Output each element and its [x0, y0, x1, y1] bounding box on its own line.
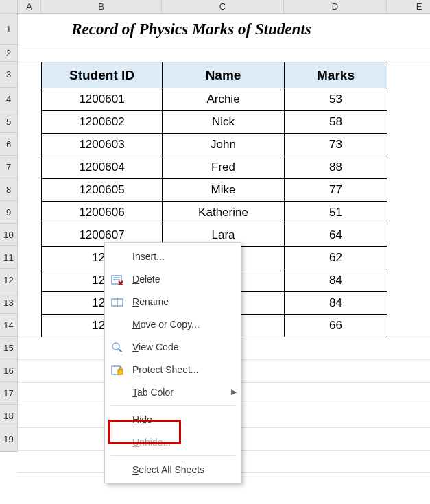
view-code-icon: [109, 340, 126, 354]
col-header-a[interactable]: A: [18, 0, 41, 14]
table-row: 1200601Archie53: [42, 88, 387, 111]
row-header-19[interactable]: 19: [0, 427, 18, 452]
cell[interactable]: 64: [285, 224, 387, 247]
chevron-right-icon: ▶: [231, 387, 237, 396]
cell[interactable]: 1200606: [42, 202, 163, 224]
row-header-4[interactable]: 4: [0, 88, 18, 110]
cell[interactable]: Fred: [163, 156, 285, 179]
protect-icon: [109, 363, 126, 376]
cell[interactable]: 73: [285, 134, 387, 156]
row-header-15[interactable]: 15: [0, 337, 18, 359]
cell[interactable]: 62: [285, 247, 387, 269]
cell[interactable]: Nick: [163, 111, 285, 134]
column-headers: A B C D E: [0, 0, 430, 14]
row-header-14[interactable]: 14: [0, 314, 18, 337]
ctx-insert[interactable]: Insert...: [105, 245, 241, 267]
unhide-icon: [109, 435, 126, 449]
ctx-view-code[interactable]: View Code: [105, 335, 241, 358]
ctx-rename[interactable]: Rename: [105, 290, 241, 313]
ctx-hide[interactable]: Hide: [105, 408, 241, 431]
cell[interactable]: 1200601: [42, 88, 163, 111]
svg-point-7: [112, 343, 119, 350]
row-header-16[interactable]: 16: [0, 359, 18, 382]
table-row: 1200602Nick58: [42, 111, 387, 134]
col-header-c[interactable]: C: [162, 0, 284, 14]
page-title: Record of Physics Marks of Students: [18, 14, 365, 45]
row-header-8[interactable]: 8: [0, 178, 18, 201]
row-header-17[interactable]: 17: [0, 382, 18, 405]
separator: [110, 405, 235, 406]
cell[interactable]: 1200604: [42, 156, 163, 179]
move-icon: [109, 317, 126, 331]
cell[interactable]: 1200603: [42, 134, 163, 156]
table-row: 1200605Mike77: [42, 179, 387, 202]
cell[interactable]: Archie: [163, 88, 285, 111]
row-header-18[interactable]: 18: [0, 405, 18, 427]
row-header-3[interactable]: 3: [0, 62, 18, 88]
row-header-12[interactable]: 12: [0, 269, 18, 291]
cell[interactable]: 84: [285, 269, 387, 292]
sheet-tab-context-menu: Insert... Delete Rename Move or Copy... …: [104, 242, 241, 483]
insert-icon: [109, 250, 126, 263]
separator: [110, 455, 235, 456]
cell[interactable]: John: [163, 134, 285, 156]
cell[interactable]: 1200602: [42, 111, 163, 134]
col-header-d[interactable]: D: [284, 0, 387, 14]
cell[interactable]: 66: [285, 315, 387, 337]
table-row: 1200604Fred88: [42, 156, 387, 179]
select-all-corner[interactable]: [0, 0, 18, 14]
col-header-e[interactable]: E: [387, 0, 430, 14]
row-header-11[interactable]: 11: [0, 246, 18, 269]
cell[interactable]: 58: [285, 111, 387, 134]
th-name[interactable]: Name: [163, 62, 285, 88]
svg-line-8: [119, 349, 122, 352]
row-header-13[interactable]: 13: [0, 291, 18, 314]
ctx-delete[interactable]: Delete: [105, 267, 241, 290]
cell[interactable]: 51: [285, 202, 387, 224]
cell[interactable]: Katherine: [163, 202, 285, 224]
row-header-1[interactable]: 1: [0, 14, 18, 45]
cell[interactable]: Mike: [163, 179, 285, 202]
row-headers: 1 2 3 4 5 6 7 8 9 10 11 12 13 14 15 16 1…: [0, 14, 18, 452]
cell[interactable]: 88: [285, 156, 387, 179]
row-header-9[interactable]: 9: [0, 201, 18, 224]
ctx-protect-sheet[interactable]: Protect Sheet...: [105, 358, 241, 381]
ctx-move-copy[interactable]: Move or Copy...: [105, 313, 241, 335]
ctx-unhide: Unhide...: [105, 431, 241, 453]
cell[interactable]: 53: [285, 88, 387, 111]
cell[interactable]: 1200605: [42, 179, 163, 202]
table-header-row: Student ID Name Marks: [42, 62, 387, 88]
row-header-10[interactable]: 10: [0, 224, 18, 246]
th-marks[interactable]: Marks: [285, 62, 387, 88]
cell[interactable]: 84: [285, 292, 387, 315]
select-all-icon: [109, 463, 126, 477]
tab-color-icon: [109, 385, 126, 399]
hide-icon: [109, 413, 126, 427]
ctx-tab-color[interactable]: Tab Color ▶: [105, 381, 241, 403]
row-header-7[interactable]: 7: [0, 156, 18, 178]
table-row: 1200606Katherine51: [42, 202, 387, 224]
table-row: 1200603John73: [42, 134, 387, 156]
col-header-b[interactable]: B: [41, 0, 162, 14]
ctx-select-all-sheets[interactable]: Select All Sheets: [105, 458, 241, 481]
svg-rect-10: [118, 370, 123, 374]
row-header-6[interactable]: 6: [0, 133, 18, 156]
cell[interactable]: 77: [285, 179, 387, 202]
rename-icon: [109, 295, 126, 309]
row-header-2[interactable]: 2: [0, 45, 18, 62]
th-student-id[interactable]: Student ID: [42, 62, 163, 88]
row-header-5[interactable]: 5: [0, 110, 18, 133]
delete-icon: [109, 272, 126, 286]
